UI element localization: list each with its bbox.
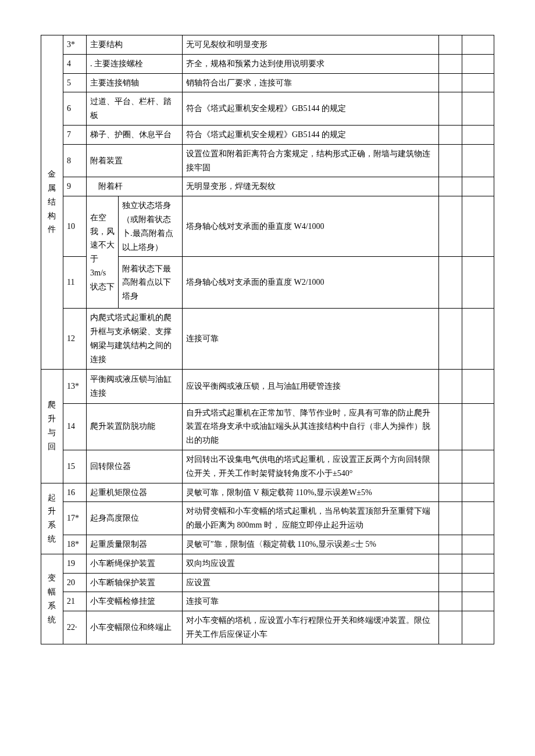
blank-cell — [439, 92, 462, 126]
condition-cell: 在空我，风速不大于 3m/s 状态下 — [87, 196, 119, 309]
category-cell: 变 幅 系统 — [41, 554, 63, 644]
req-cell: 塔身轴心线对支承面的垂直度 W2/1000 — [183, 257, 439, 309]
blank-cell — [462, 502, 494, 535]
blank-cell — [462, 573, 494, 592]
blank-cell — [462, 73, 494, 92]
req-cell: 连接可靠 — [183, 309, 439, 369]
blank-cell — [462, 35, 494, 55]
blank-cell — [462, 125, 494, 144]
blank-cell — [462, 196, 494, 257]
item-cell: 附着装置 — [87, 144, 183, 177]
blank-cell — [439, 369, 462, 403]
table-row: 爬 升 与回 13* 平衡阀或液压锁与油缸连接 应设平衡阀或液压锁，且与油缸用硬… — [41, 369, 494, 403]
num-cell: 20 — [63, 573, 87, 592]
table-row: 15 回转限位器 对回转出不设集电气供电的塔式起重机，应设置正反两个方向回转限位… — [41, 450, 494, 483]
num-cell: 7 — [63, 125, 87, 144]
item-cell: 回转限位器 — [87, 450, 183, 483]
blank-cell — [439, 573, 462, 592]
blank-cell — [439, 611, 462, 644]
item-cell: 平衡阀或液压锁与油缸连接 — [87, 369, 183, 403]
item-cell: 内爬式塔式起重机的爬升框与支承钢梁、支撑钢梁与建筑结构之间的连接 — [87, 309, 183, 369]
num-cell: 13* — [63, 369, 87, 403]
blank-cell — [462, 92, 494, 126]
num-cell: 10 — [63, 196, 87, 257]
blank-cell — [439, 35, 462, 55]
blank-cell — [462, 257, 494, 309]
req-cell: 应设平衡阀或液压锁，且与油缸用硬管连接 — [183, 369, 439, 403]
item-cell: 起身高度限位 — [87, 502, 183, 535]
num-cell: 9 — [63, 177, 87, 196]
num-cell: 16 — [63, 483, 87, 502]
category-cell: 金 属 结 构 件 — [41, 35, 63, 370]
blank-cell — [439, 177, 462, 196]
table-row: 21 小车变幅检修挂篮 连接可靠 — [41, 592, 494, 611]
req-cell: 符合《塔式起重机安全规程》GB5144 的规定 — [183, 125, 439, 144]
blank-cell — [462, 177, 494, 196]
subitem-cell: 独立状态塔身（或附着状态卜.最高附着点以上塔身） — [119, 196, 183, 257]
item-cell: 梯子、护圈、休息平台 — [87, 125, 183, 144]
req-cell: 对小车变幅的塔机，应设置小车行程限位开关和终端缓冲装置。限位开关工作后应保证小车 — [183, 611, 439, 644]
blank-cell — [462, 403, 494, 450]
table-row: 14 爬升装置防脱功能 自升式塔式起重机在正常加节、降节作业时，应具有可靠的防止… — [41, 403, 494, 450]
blank-cell — [439, 309, 462, 369]
blank-cell — [439, 196, 462, 257]
num-cell: 11 — [63, 257, 87, 309]
blank-cell — [439, 554, 462, 573]
num-cell: 21 — [63, 592, 87, 611]
item-cell: 主要结构 — [87, 35, 183, 55]
blank-cell — [439, 592, 462, 611]
blank-cell — [462, 54, 494, 73]
num-cell: 8 — [63, 144, 87, 177]
num-cell: 12 — [63, 309, 87, 369]
item-cell: 过道、平台、栏杆、踏板 — [87, 92, 183, 126]
blank-cell — [439, 257, 462, 309]
req-cell: 自升式塔式起重机在正常加节、降节作业时，应具有可靠的防止爬升装置在塔身支承中或油… — [183, 403, 439, 450]
table-row: 4 . 主要连接螺栓 齐全，规格和预紧力达到使用说明要求 — [41, 54, 494, 73]
table-row: 22· 小车变幅限位和终端止 对小车变幅的塔机，应设置小车行程限位开关和终端缓冲… — [41, 611, 494, 644]
req-cell: 对回转出不设集电气供电的塔式起重机，应设置正反两个方向回转限位开关，开关工作时架… — [183, 450, 439, 483]
num-cell: 17* — [63, 502, 87, 535]
table-row: 17* 起身高度限位 对动臂变幅和小车变幅的塔式起重机，当吊钩装置顶部升至重臂下… — [41, 502, 494, 535]
item-cell: . 主要连接螺栓 — [87, 54, 183, 73]
req-cell: 齐全，规格和预紧力达到使用说明要求 — [183, 54, 439, 73]
blank-cell — [439, 502, 462, 535]
num-cell: 22· — [63, 611, 87, 644]
blank-cell — [439, 73, 462, 92]
item-cell: 小车断绳保护装置 — [87, 554, 183, 573]
condition-text-a: 在空我，风速不大于 3m/s 状 — [90, 213, 115, 291]
req-cell: 无明显变形，焊缝无裂纹 — [183, 177, 439, 196]
req-cell: 连接可靠 — [183, 592, 439, 611]
table-row: 12 内爬式塔式起重机的爬升框与支承钢梁、支撑钢梁与建筑结构之间的连接 连接可靠 — [41, 309, 494, 369]
req-cell: 双向均应设置 — [183, 554, 439, 573]
blank-cell — [462, 554, 494, 573]
blank-cell — [462, 450, 494, 483]
req-cell: 灵敏可靠，限制值 V 额定载荷 110%,显示误差W±5% — [183, 483, 439, 502]
table-row: 5 主要连接销轴 销轴符合出厂要求，连接可靠 — [41, 73, 494, 92]
num-cell: 14 — [63, 403, 87, 450]
blank-cell — [439, 483, 462, 502]
blank-cell — [439, 144, 462, 177]
table-row: 起 升 系统 16 起重机矩限位器 灵敏可靠，限制值 V 额定载荷 110%,显… — [41, 483, 494, 502]
req-cell: 塔身轴心线对支承面的垂直度 W4/1000 — [183, 196, 439, 257]
category-cell: 爬 升 与回 — [41, 369, 63, 483]
table-row: 10 在空我，风速不大于 3m/s 状态下 独立状态塔身（或附着状态卜.最高附着… — [41, 196, 494, 257]
num-cell: 6 — [63, 92, 87, 126]
blank-cell — [462, 483, 494, 502]
item-cell: 起重质量限制器 — [87, 535, 183, 554]
num-cell: 3* — [63, 35, 87, 55]
req-cell: 无可见裂纹和明显变形 — [183, 35, 439, 55]
item-cell: 爬升装置防脱功能 — [87, 403, 183, 450]
blank-cell — [462, 144, 494, 177]
blank-cell — [462, 611, 494, 644]
req-cell: 对动臂变幅和小车变幅的塔式起重机，当吊钩装置顶部升至重臂下端的最小距离为 800… — [183, 502, 439, 535]
item-cell: 附着杆 — [87, 177, 183, 196]
category-cell: 起 升 系统 — [41, 483, 63, 554]
blank-cell — [439, 403, 462, 450]
req-cell: 设置位置和附着距离符合方案规定，结构形式正确，附墙与建筑物连接牢固 — [183, 144, 439, 177]
req-cell: 灵敏可″靠，限制值〈额定荷载 110%,显示误差≤士 5% — [183, 535, 439, 554]
table-row: 9 附着杆 无明显变形，焊缝无裂纹 — [41, 177, 494, 196]
num-cell: 19 — [63, 554, 87, 573]
blank-cell — [462, 369, 494, 403]
num-cell: 15 — [63, 450, 87, 483]
condition-text-b: 态下 — [98, 282, 115, 291]
